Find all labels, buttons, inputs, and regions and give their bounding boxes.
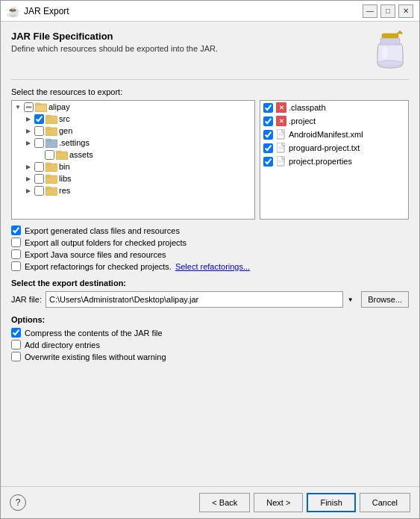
jar-export-dialog: ☕ JAR Export — □ ✕ JAR File Specificatio… (0, 0, 420, 519)
svg-rect-21 (46, 187, 51, 189)
option-row: Compress the contents of the JAR file (11, 328, 409, 338)
destination-label: Select the export destination: (11, 279, 409, 288)
x-file-icon: ✕ (276, 116, 286, 126)
export-option-checkbox[interactable] (11, 226, 21, 235)
export-option-checkbox[interactable] (11, 249, 21, 259)
svg-rect-1 (380, 38, 400, 45)
tree-item[interactable]: assets (12, 149, 254, 161)
file-checkbox[interactable] (263, 116, 273, 126)
window-controls: — □ ✕ (363, 4, 413, 18)
option-checkbox[interactable] (11, 352, 21, 361)
jar-file-label: JAR file: (11, 295, 42, 304)
file-label: proguard-project.txt (289, 143, 360, 152)
list-item: ✕.project (260, 114, 408, 128)
option-label: Compress the contents of the JAR file (25, 329, 163, 338)
maximize-button[interactable]: □ (380, 4, 395, 18)
tree-item[interactable]: ▶src (12, 113, 254, 125)
tree-item[interactable]: ▶bin (12, 161, 254, 173)
tree-arrow-icon[interactable]: ▶ (24, 186, 33, 195)
tree-checkbox[interactable] (34, 138, 44, 148)
export-option-row: Export all output folders for checked pr… (11, 237, 409, 247)
export-option-label: Export Java source files and resources (25, 250, 166, 259)
tree-arrow-icon[interactable] (34, 150, 43, 159)
help-button[interactable]: ? (10, 494, 26, 511)
tree-item-label: .settings (59, 138, 90, 147)
section-description: Define which resources should be exporte… (11, 44, 218, 53)
tree-checkbox[interactable] (34, 162, 44, 172)
resources-label: Select the resources to export: (11, 87, 409, 96)
tree-checkbox[interactable] (34, 174, 44, 184)
window-icon: ☕ (7, 5, 19, 17)
jar-icon (372, 31, 409, 72)
file-icon (276, 143, 286, 153)
option-checkbox[interactable] (11, 340, 21, 349)
tree-arrow-icon[interactable]: ▶ (24, 114, 33, 123)
tree-checkbox[interactable] (24, 102, 34, 112)
tree-item[interactable]: ▶libs (12, 173, 254, 184)
section-title: JAR File Specification (11, 31, 218, 42)
resources-panel: ▼alipay▶src▶gen▶.settingsassets▶bin▶libs… (11, 100, 409, 220)
destination-section: Select the export destination: JAR file:… (11, 279, 409, 308)
option-checkbox[interactable] (11, 328, 21, 338)
tree-item-label: gen (59, 126, 72, 135)
file-checkbox[interactable] (263, 103, 273, 113)
finish-button[interactable]: Finish (307, 493, 355, 512)
export-option-label: Export generated class files and resourc… (25, 226, 180, 235)
svg-point-2 (382, 47, 388, 59)
tree-item[interactable]: ▶gen (12, 125, 254, 137)
jar-file-input[interactable] (46, 291, 357, 308)
folder-icon (46, 137, 57, 148)
tree-item[interactable]: ▶res (12, 184, 254, 196)
list-item: project.properties (260, 155, 408, 168)
file-label: .project (289, 116, 316, 125)
jar-dropdown-arrow[interactable]: ▼ (342, 291, 357, 308)
browse-button[interactable]: Browse... (361, 291, 409, 308)
header-area: JAR File Specification Define which reso… (11, 31, 409, 80)
close-button[interactable]: ✕ (398, 4, 413, 18)
svg-marker-4 (397, 31, 403, 34)
export-option-checkbox[interactable] (11, 261, 21, 271)
back-button[interactable]: < Back (199, 493, 250, 512)
file-tree[interactable]: ▼alipay▶src▶gen▶.settingsassets▶bin▶libs… (11, 100, 255, 220)
option-row: Overwrite existing files without warning (11, 352, 409, 361)
tree-arrow-icon[interactable]: ▼ (13, 102, 22, 111)
select-refactorings-link[interactable]: Select refactorings... (175, 262, 250, 271)
minimize-button[interactable]: — (363, 4, 377, 18)
folder-icon (46, 125, 57, 136)
cancel-button[interactable]: Cancel (360, 493, 410, 512)
tree-item[interactable]: ▼alipay (12, 101, 254, 113)
export-option-row: Export generated class files and resourc… (11, 226, 409, 235)
file-checkbox[interactable] (263, 130, 273, 140)
file-checkbox[interactable] (263, 157, 273, 167)
jar-file-row: JAR file: ▼ Browse... (11, 291, 409, 308)
next-button[interactable]: Next > (254, 493, 303, 512)
list-item: AndroidManifest.xml (260, 128, 408, 141)
tree-arrow-icon[interactable]: ▶ (24, 138, 33, 147)
folder-icon (46, 161, 57, 172)
svg-rect-19 (46, 175, 51, 177)
tree-arrow-icon[interactable]: ▶ (24, 174, 33, 183)
option-label: Overwrite existing files without warning (25, 352, 166, 361)
tree-checkbox[interactable] (45, 150, 54, 160)
svg-rect-0 (382, 34, 398, 38)
tree-arrow-icon[interactable]: ▶ (24, 126, 33, 135)
export-option-checkbox[interactable] (11, 237, 21, 247)
file-label: AndroidManifest.xml (289, 130, 363, 139)
tree-checkbox[interactable] (34, 126, 44, 136)
tree-arrow-icon[interactable]: ▶ (24, 162, 33, 171)
tree-checkbox[interactable] (34, 186, 44, 196)
bottom-bar: ? < Back Next > Finish Cancel (1, 486, 419, 518)
folder-icon (46, 114, 57, 124)
window-title: JAR Export (24, 6, 363, 16)
tree-item-label: alipay (48, 102, 70, 111)
tree-checkbox[interactable] (34, 114, 44, 124)
svg-rect-7 (36, 105, 46, 111)
export-option-row: Export refactorings for checked projects… (11, 261, 409, 271)
file-checkbox[interactable] (263, 143, 273, 153)
folder-icon (46, 173, 57, 184)
options-checkboxes: Compress the contents of the JAR fileAdd… (11, 328, 409, 361)
tree-item[interactable]: ▶.settings (12, 137, 254, 149)
folder-icon (46, 185, 57, 196)
folder-icon (35, 102, 47, 112)
tree-item-label: bin (59, 162, 70, 171)
